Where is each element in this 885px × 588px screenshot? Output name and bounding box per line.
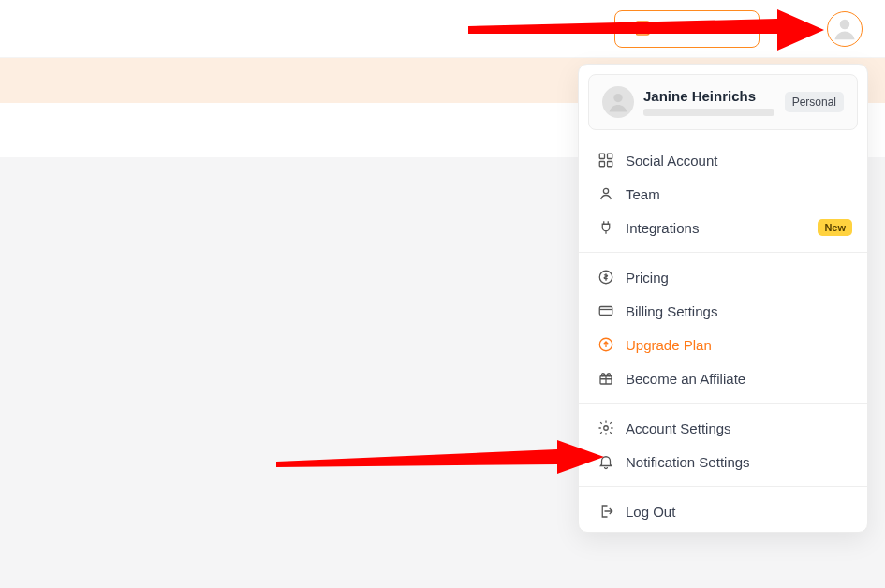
- menu-label: Account Settings: [626, 420, 731, 436]
- svg-rect-2: [656, 28, 731, 31]
- svg-rect-11: [599, 307, 612, 316]
- topbar: [0, 0, 885, 58]
- menu-item-account-settings[interactable]: Account Settings: [579, 411, 867, 445]
- logout-icon: [597, 503, 614, 520]
- user-email-redacted: [643, 109, 774, 116]
- card-icon: [597, 302, 614, 319]
- avatar-icon: [831, 15, 859, 43]
- upgrade-icon-row: [636, 20, 739, 38]
- gift-icon: [597, 370, 614, 387]
- menu-item-pricing[interactable]: Pricing: [579, 260, 867, 294]
- menu-item-social-account[interactable]: Social Account: [579, 143, 867, 177]
- profile-dropdown: Janine Heinrichs Personal Social Account…: [578, 64, 868, 533]
- svg-rect-5: [599, 154, 604, 158]
- svg-rect-7: [599, 162, 604, 167]
- menu-label: Pricing: [626, 270, 669, 286]
- menu-item-affiliate[interactable]: Become an Affiliate: [579, 361, 867, 395]
- plan-badge: Personal: [785, 92, 844, 112]
- grid-icon: [597, 152, 614, 169]
- user-avatar-icon: [602, 86, 634, 118]
- divider: [579, 403, 867, 404]
- menu-label: Log Out: [626, 504, 675, 520]
- user-card[interactable]: Janine Heinrichs Personal: [588, 74, 858, 130]
- person-icon: [597, 185, 614, 202]
- upgrade-button[interactable]: [614, 10, 760, 48]
- svg-point-14: [604, 426, 609, 431]
- avatar-button[interactable]: [827, 11, 863, 47]
- divider: [579, 252, 867, 253]
- menu-item-notification-settings[interactable]: Notification Settings: [579, 445, 867, 478]
- svg-rect-1: [639, 27, 646, 29]
- gear-icon: [597, 419, 614, 436]
- menu-group-billing: Pricing Billing Settings Upgrade Plan Be…: [579, 257, 867, 399]
- svg-rect-6: [608, 154, 612, 158]
- divider: [579, 486, 867, 487]
- menu-label: Upgrade Plan: [626, 337, 712, 353]
- menu-label: Billing Settings: [626, 303, 717, 319]
- menu-label: Social Account: [626, 153, 717, 169]
- menu-label: Notification Settings: [626, 454, 750, 470]
- svg-rect-8: [608, 162, 612, 167]
- upgrade-icon: [597, 336, 614, 353]
- menu-item-upgrade-plan[interactable]: Upgrade Plan: [579, 328, 867, 361]
- user-name: Janine Heinrichs: [643, 88, 775, 104]
- menu-group-settings: Account Settings Notification Settings: [579, 407, 867, 482]
- menu-item-team[interactable]: Team: [579, 177, 867, 211]
- plug-icon: [597, 219, 614, 236]
- new-badge: New: [818, 219, 852, 236]
- svg-point-4: [613, 94, 622, 102]
- menu-label: Integrations: [626, 220, 699, 236]
- menu-label: Become an Affiliate: [626, 371, 745, 387]
- svg-point-3: [840, 19, 850, 29]
- menu-item-integrations[interactable]: Integrations New: [579, 211, 867, 244]
- dollar-icon: [597, 269, 614, 286]
- menu-item-billing-settings[interactable]: Billing Settings: [579, 294, 867, 328]
- bell-icon: [597, 453, 614, 470]
- menu-group-logout: Log Out: [579, 491, 867, 532]
- sparkle-icon[interactable]: [782, 18, 804, 40]
- menu-item-logout[interactable]: Log Out: [579, 494, 867, 528]
- menu-group-workspace: Social Account Team Integrations New: [579, 140, 867, 248]
- svg-point-9: [603, 188, 608, 193]
- menu-label: Team: [626, 186, 660, 202]
